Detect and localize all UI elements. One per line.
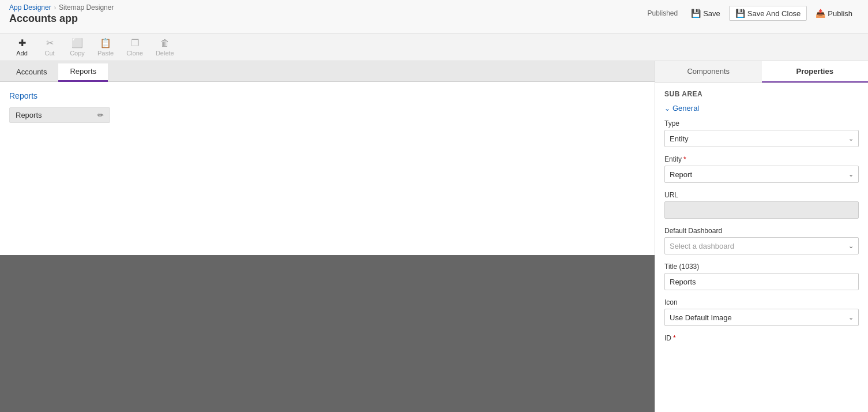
add-label: Add — [16, 50, 28, 57]
entity-value: Report — [670, 170, 692, 179]
save-label: Save — [703, 9, 720, 18]
type-chevron-icon: ⌄ — [848, 135, 854, 143]
save-button[interactable]: 💾 Save — [685, 6, 727, 21]
type-select[interactable]: Entity ⌄ — [664, 130, 859, 147]
id-field-group: ID * — [664, 334, 859, 342]
paste-button[interactable]: 📋 Paste — [92, 35, 119, 59]
publish-label: Publish — [828, 9, 852, 18]
default-dashboard-select[interactable]: Select a dashboard ⌄ — [664, 237, 859, 254]
id-label: ID * — [664, 334, 859, 342]
sub-area-item[interactable]: Reports ✏ — [9, 107, 110, 123]
right-panel: Components Properties SUB AREA ⌄ General… — [655, 61, 868, 412]
save-icon: 💾 — [691, 9, 701, 18]
top-bar: App Designer › Sitemap Designer Accounts… — [0, 0, 868, 33]
canvas-white-area: Reports Reports ✏ — [0, 82, 655, 255]
id-label-text: ID — [664, 334, 671, 342]
breadcrumb-chevron: › — [54, 5, 56, 11]
general-group-header[interactable]: ⌄ General — [664, 104, 859, 113]
published-label: Published — [647, 9, 678, 17]
breadcrumb-sitemap-designer: Sitemap Designer — [59, 3, 114, 12]
icon-value: Use Default Image — [670, 313, 732, 322]
id-required-star: * — [673, 334, 676, 342]
title-field-group: Title (1033) — [664, 263, 859, 290]
icon-select[interactable]: Use Default Image ⌄ — [664, 309, 859, 326]
save-and-close-label: Save And Close — [747, 9, 801, 18]
breadcrumb: App Designer › Sitemap Designer — [9, 3, 114, 12]
icon-label: Icon — [664, 298, 859, 306]
cut-button[interactable]: ✂ Cut — [37, 35, 62, 59]
icon-field-group: Icon Use Default Image ⌄ — [664, 298, 859, 326]
entity-field-group: Entity * Report ⌄ — [664, 155, 859, 183]
url-input[interactable] — [664, 201, 859, 219]
entity-label-text: Entity — [664, 155, 682, 163]
canvas: Accounts Reports Reports Reports ✏ — [0, 61, 655, 412]
clone-button[interactable]: ❐ Clone — [121, 35, 148, 59]
entity-chevron-icon: ⌄ — [848, 171, 854, 178]
copy-button[interactable]: ⬜ Copy — [65, 35, 90, 59]
type-field-group: Type Entity ⌄ — [664, 119, 859, 147]
tab-reports[interactable]: Reports — [58, 63, 108, 82]
canvas-content: Reports Reports ✏ — [0, 82, 655, 412]
default-dashboard-chevron-icon: ⌄ — [848, 242, 854, 250]
entity-required-star: * — [683, 155, 686, 163]
tab-components[interactable]: Components — [655, 61, 762, 83]
clone-label: Clone — [126, 50, 143, 57]
title-input[interactable] — [664, 273, 859, 290]
entity-select[interactable]: Report ⌄ — [664, 166, 859, 183]
add-icon: ✚ — [18, 38, 26, 48]
publish-icon: 📤 — [816, 9, 825, 18]
panel-tabs: Components Properties — [655, 61, 868, 83]
panel-content: SUB AREA ⌄ General Type Entity ⌄ Entity … — [655, 83, 868, 412]
breadcrumb-app-designer[interactable]: App Designer — [9, 3, 51, 12]
default-dashboard-placeholder: Select a dashboard — [670, 242, 734, 250]
delete-icon: 🗑 — [160, 38, 170, 48]
sub-area-label: Reports — [16, 111, 42, 119]
paste-label: Paste — [97, 50, 114, 57]
canvas-dark-area — [0, 255, 655, 412]
save-and-close-button[interactable]: 💾 Save And Close — [729, 6, 807, 21]
type-label: Type — [664, 119, 859, 128]
default-dashboard-label: Default Dashboard — [664, 227, 859, 235]
tab-properties[interactable]: Properties — [762, 61, 869, 83]
delete-button[interactable]: 🗑 Delete — [151, 35, 179, 59]
publish-button[interactable]: 📤 Publish — [809, 6, 859, 21]
app-title: Accounts app — [9, 13, 114, 25]
clone-icon: ❐ — [131, 38, 139, 48]
copy-icon: ⬜ — [72, 38, 83, 48]
edit-icon[interactable]: ✏ — [97, 111, 104, 119]
icon-chevron-icon: ⌄ — [848, 314, 854, 321]
type-value: Entity — [670, 134, 689, 143]
sub-area-title: SUB AREA — [664, 90, 859, 98]
toolbar: ✚ Add ✂ Cut ⬜ Copy 📋 Paste ❐ Clone 🗑 Del… — [0, 33, 868, 61]
main-layout: Accounts Reports Reports Reports ✏ Compo… — [0, 61, 868, 412]
paste-icon: 📋 — [100, 38, 111, 48]
entity-label: Entity * — [664, 155, 859, 163]
default-dashboard-field-group: Default Dashboard Select a dashboard ⌄ — [664, 227, 859, 254]
save-close-icon: 💾 — [735, 9, 745, 18]
tab-bar: Accounts Reports — [0, 61, 655, 82]
general-chevron-icon: ⌄ — [664, 104, 670, 113]
top-bar-actions: Published 💾 Save 💾 Save And Close 📤 Publ… — [647, 3, 859, 21]
group-title[interactable]: Reports — [9, 91, 645, 100]
url-field-group: URL — [664, 191, 859, 219]
cut-icon: ✂ — [46, 38, 54, 48]
url-label: URL — [664, 191, 859, 199]
tab-accounts[interactable]: Accounts — [5, 64, 58, 82]
cut-label: Cut — [44, 50, 54, 57]
title-label: Title (1033) — [664, 263, 859, 271]
copy-label: Copy — [70, 50, 85, 57]
general-group-label: General — [672, 104, 699, 113]
add-button[interactable]: ✚ Add — [9, 35, 35, 59]
delete-label: Delete — [156, 50, 174, 57]
